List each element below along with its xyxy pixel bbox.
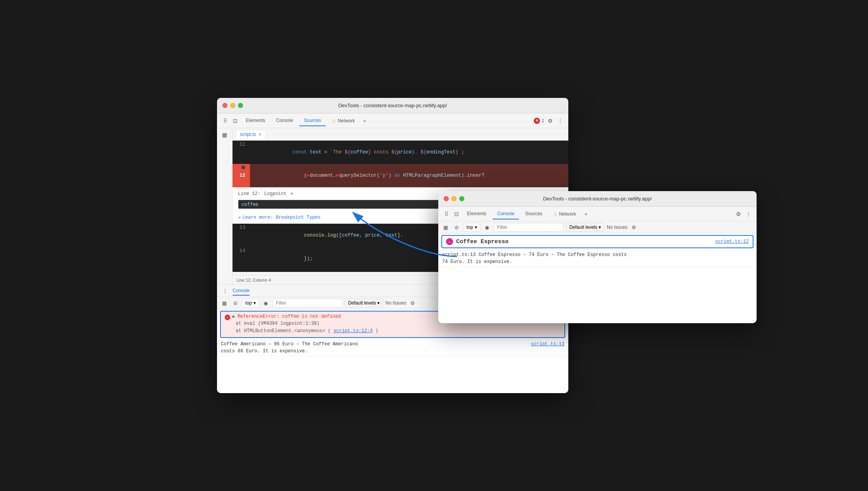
log-text-americano: Coffee Americano – 86 Euro – The Coffee … [221,341,358,354]
error-circle-icon: ✕ [225,315,230,320]
more-icon-front[interactable]: ⋮ [744,210,753,218]
tab-network-label-back: Network [338,118,355,124]
gear-icon-back[interactable]: ⚙ [546,117,554,125]
ban-icon-front[interactable]: ⊘ [452,223,461,232]
code-line-11: 11 const text = `The ${coffee} costs ${p… [233,141,568,164]
panel-left-icon[interactable]: ▦ [220,299,229,307]
tab-elements-front[interactable]: Elements [462,209,491,219]
gear-icon-front[interactable]: ⚙ [734,210,743,218]
breakpoint-icon: ⚫ [241,166,245,170]
coffee-espresso-row: ☕ Coffee Espresso script.ts:12 [441,235,753,248]
console-settings-icon-back[interactable]: ⚙ [408,299,417,307]
line-content-11: const text = `The ${coffee} costs ${pric… [250,141,568,164]
tab-network-label-front: Network [559,211,576,217]
tab-console-back[interactable]: Console [271,115,298,126]
error-count-back: 1 [542,118,544,124]
line-num-14: 14 [233,247,250,270]
front-console-content: ☕ Coffee Espresso script.ts:12 script.ts… [438,233,757,323]
scene: DevTools - consistent-source-map-pc.netl… [217,98,651,393]
maximize-button-back[interactable] [238,103,243,108]
warning-icon-front: ⚠ [553,211,557,217]
line-num-12: ⚫ 12 [233,164,250,187]
more-options-icon[interactable]: ⋮ [221,287,229,295]
console-settings-icon-front[interactable]: ⚙ [630,223,638,232]
inspect-icon-back[interactable]: ⊡ [231,117,240,125]
learn-more-text: Learn more: Breakpoint Types [242,215,321,220]
warning-icon-back: ⚠ [332,118,336,124]
traffic-lights-back [222,103,243,108]
levels-label-front: Default levels [569,225,597,230]
close-button-back[interactable] [222,103,227,108]
ban-icon-back[interactable]: ⊘ [231,299,240,307]
coffee-icon: ☕ [446,238,453,245]
devtools-window-front: DevTools - consistent-source-map-pc.netl… [438,191,757,323]
levels-label-back: Default levels [348,300,376,306]
top-label-front: top [467,225,473,230]
kw-const: const [292,150,310,155]
top-selector-back[interactable]: top ▾ [242,299,259,307]
coffee-espresso-text: Coffee Espresso [456,239,712,245]
expand-arrow-icon[interactable]: ▶ [233,314,235,319]
tab-sources-back[interactable]: Sources [299,115,326,126]
window-title-back: DevTools - consistent-source-map-pc.netl… [338,103,447,108]
main-toolbar-front: ⠿ ⊡ Elements Console Sources ⚠ Network »… [438,207,757,221]
stack-link-2[interactable]: script.ts:12:4 [333,328,373,334]
log-row-americano: script.ts:13 Coffee Americano – 86 Euro … [217,340,568,356]
levels-button-front[interactable]: Default levels ▾ [566,223,604,232]
eye-icon-back[interactable]: ◉ [262,299,270,307]
tab-network-back[interactable]: ⚠ Network [327,116,359,126]
filter-input-front[interactable] [494,223,564,232]
top-selector-front[interactable]: top ▾ [463,223,481,232]
levels-button-back[interactable]: Default levels ▾ [345,299,383,307]
second-log-link[interactable]: script.ts:13 [442,252,476,258]
logpoint-type-label: Logpoint [264,191,287,197]
console-toolbar-front: ▦ ⊘ top ▾ ◉ Default levels ▾ No Issues ⚙ [438,221,757,233]
title-bar-back: DevTools - consistent-source-map-pc.netl… [217,98,568,113]
more-tabs-back[interactable]: » [361,117,368,125]
line-num-11: 11 [233,141,250,164]
line-content-12: (▶document.▶querySelector('p') as HTMLPa… [250,164,568,187]
code-line-12: ⚫ 12 (▶document.▶querySelector('p') as H… [233,164,568,187]
devtools-icon-front[interactable]: ⠿ [442,210,451,218]
dropdown-chevron-front: ▾ [475,225,477,230]
file-tree: ▦ [217,128,233,284]
close-button-front[interactable] [444,196,449,201]
error-badge-back[interactable]: ✕ 1 [534,118,544,124]
top-label-back: top [245,300,252,306]
editor-tab-script[interactable]: script.ts ✕ [236,130,266,139]
minimize-button-back[interactable] [230,103,235,108]
logpoint-line-label: Line 12: [238,191,260,197]
main-toolbar-back: ⠿ ⊡ Elements Console Sources ⚠ Network »… [217,113,568,128]
title-bar-front: DevTools - consistent-source-map-pc.netl… [438,191,757,207]
devtools-icon-back[interactable]: ⠿ [221,117,229,125]
sidebar-toggle-icon[interactable]: ▦ [220,131,229,139]
tab-sources-front[interactable]: Sources [521,209,547,219]
no-issues-front: No Issues [607,225,627,230]
more-tabs-front[interactable]: » [582,210,590,218]
tab-console-front[interactable]: Console [493,209,519,219]
cursor-position: Line 12, Column 4 [236,278,271,282]
eye-icon-front[interactable]: ◉ [483,223,491,232]
more-icon-back[interactable]: ⋮ [556,117,564,125]
minimize-button-front[interactable] [451,196,457,201]
dropdown-chevron-back: ▾ [253,300,256,306]
link-external-icon: ↗ [238,214,241,220]
editor-tabs: script.ts ✕ [233,128,568,141]
tab-elements-back[interactable]: Elements [241,115,270,126]
tab-network-front[interactable]: ⚠ Network [549,209,581,219]
second-log-row: script.ts:13 Coffee Espresso – 74 Euro –… [438,250,757,267]
console-tab-back[interactable]: Console [233,286,250,296]
traffic-lights-front [444,196,464,201]
logpoint-dropdown[interactable]: ▾ [290,191,293,197]
log-link-americano[interactable]: script.ts:13 [531,341,564,348]
coffee-espresso-link[interactable]: script.ts:12 [715,239,749,244]
no-issues-back: No Issues [385,300,406,306]
inspect-icon-front[interactable]: ⊡ [452,210,461,218]
close-tab-icon[interactable]: ✕ [258,132,262,137]
panel-left-icon-front[interactable]: ▦ [441,223,450,232]
line-num-13: 13 [233,224,250,247]
maximize-button-front[interactable] [459,196,464,201]
stack-line-2: at HTMLButtonElement.<anonymous> ( scrip… [236,327,561,335]
filter-input-back[interactable] [273,299,342,307]
window-title-front: DevTools - consistent-source-map-pc.netl… [543,196,652,202]
